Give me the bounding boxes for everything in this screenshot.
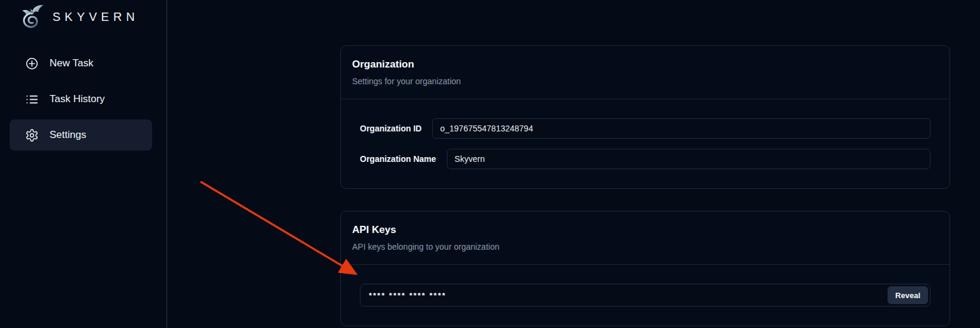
- organization-id-label: Organization ID: [360, 124, 421, 133]
- api-key-masked-input[interactable]: [360, 284, 930, 306]
- api-keys-card-body: Reveal: [341, 265, 950, 326]
- sidebar-nav: New Task Task History: [0, 48, 167, 151]
- organization-id-input[interactable]: [432, 118, 930, 139]
- organization-card: Organization Settings for your organizat…: [340, 45, 950, 189]
- api-keys-card-header: API Keys API keys belonging to your orga…: [341, 211, 950, 264]
- organization-name-row: Organization Name: [360, 149, 930, 169]
- skyvern-dragon-logo-icon: [18, 3, 45, 30]
- skyvern-logo-link[interactable]: SKYVERN: [0, 0, 167, 32]
- gear-icon: [25, 128, 39, 142]
- organization-name-label: Organization Name: [360, 154, 436, 164]
- plus-circle-icon: [25, 57, 39, 70]
- sidebar-item-label: New Task: [50, 57, 93, 69]
- organization-card-body: Organization ID Organization Name: [341, 99, 950, 188]
- sidebar-item-label: Task History: [50, 93, 105, 105]
- api-keys-card-subtitle: API keys belonging to your organization: [352, 242, 938, 252]
- organization-card-subtitle: Settings for your organization: [352, 76, 938, 86]
- api-keys-card-title: API Keys: [352, 224, 938, 236]
- api-keys-card: API Keys API keys belonging to your orga…: [340, 211, 950, 326]
- organization-card-header: Organization Settings for your organizat…: [341, 46, 950, 99]
- annotation-arrow-line: [201, 182, 353, 272]
- sidebar-item-new-task[interactable]: New Task: [10, 48, 152, 79]
- organization-id-row: Organization ID: [360, 118, 930, 139]
- api-key-field-wrap: Reveal: [360, 284, 930, 306]
- list-icon: [25, 93, 39, 106]
- sidebar: SKYVERN New Task: [0, 0, 167, 328]
- brand-wordmark: SKYVERN: [53, 10, 139, 24]
- sidebar-item-label: Settings: [50, 129, 86, 141]
- sidebar-item-task-history[interactable]: Task History: [10, 84, 152, 115]
- reveal-button[interactable]: Reveal: [887, 286, 928, 304]
- organization-name-input[interactable]: [447, 149, 930, 169]
- settings-page: Organization Settings for your organizat…: [340, 45, 950, 326]
- sidebar-item-settings[interactable]: Settings: [10, 119, 152, 151]
- organization-card-title: Organization: [352, 59, 938, 70]
